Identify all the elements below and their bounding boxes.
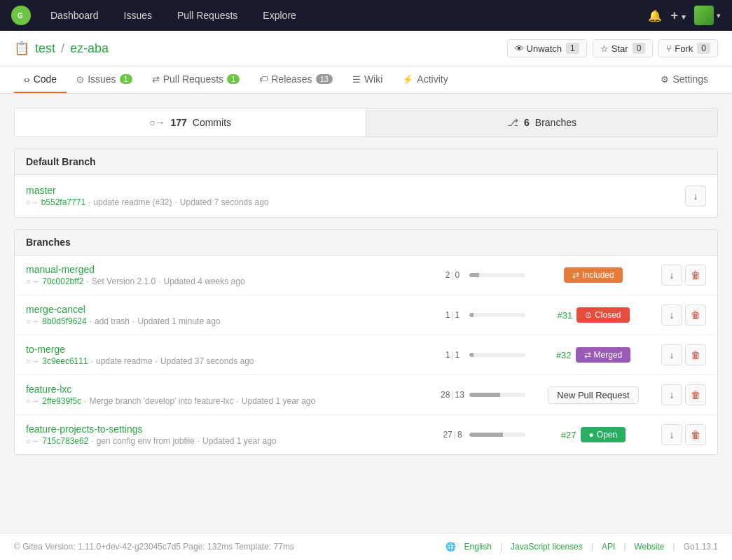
branch-commit-hash[interactable]: 3c9eec6111 [42, 356, 88, 366]
progress-bar-fill [469, 273, 479, 277]
branch-row: feature-lxc ○→ 2ffe939f5c · Merge branch… [15, 375, 717, 415]
branch-download-button[interactable]: ↓ [661, 424, 682, 445]
branch-delete-button[interactable]: 🗑 [685, 384, 706, 405]
behind-count: 1 [455, 310, 460, 320]
branch-commit-hash[interactable]: 715c783e62 [42, 436, 88, 446]
default-branch-info: master b552fa7771 · update readme (#32) … [26, 185, 677, 207]
default-download-button[interactable]: ↓ [685, 186, 706, 206]
commit-icon [26, 198, 39, 206]
pr-number-link[interactable]: #27 [561, 430, 576, 440]
branch-download-button[interactable]: ↓ [661, 265, 682, 286]
branch-progress: 27 | 8 [438, 430, 525, 440]
branch-delete-button[interactable]: 🗑 [685, 265, 706, 286]
tab-code[interactable]: ‹› Code [14, 66, 67, 93]
default-commit-hash-link[interactable]: b552fa7771 [41, 197, 85, 207]
nav-dashboard[interactable]: Dashboard [45, 7, 104, 24]
branches-header: Branches [15, 230, 717, 255]
progress-bar [469, 433, 525, 437]
pr-number-link[interactable]: #31 [557, 310, 572, 321]
progress-bar [469, 393, 525, 397]
commits-icon: ○→ [149, 117, 165, 128]
branches-icon: ⎇ [507, 117, 518, 128]
branch-delete-button[interactable]: 🗑 [685, 424, 706, 445]
commit-small-icon: ○→ [26, 396, 39, 406]
new-pull-request-button[interactable]: New Pull Request [548, 386, 638, 404]
branch-name-link[interactable]: merge-cancel [26, 304, 85, 315]
tab-activity[interactable]: ⚡ Activity [392, 66, 457, 93]
ahead-count: 1 [446, 350, 450, 360]
branches-stat[interactable]: ⎇ 6 Branches [366, 108, 717, 136]
branch-info: feature-lxc ○→ 2ffe939f5c · Merge branch… [26, 384, 430, 406]
download-icon: ↓ [670, 429, 675, 440]
branch-progress-nums: 2 | 0 [438, 270, 467, 280]
user-menu[interactable]: ▾ [694, 6, 721, 25]
branch-info: manual-merged ○→ 70c002bff2 · Set Versio… [26, 264, 430, 286]
nav-explore[interactable]: Explore [257, 7, 301, 24]
branch-name-link[interactable]: to-merge [26, 344, 65, 355]
branch-updated: Updated 37 seconds ago [160, 356, 254, 366]
unwatch-button[interactable]: 👁 Unwatch 1 [507, 39, 587, 57]
pr-number-link[interactable]: #32 [556, 350, 572, 360]
branch-meta: ○→ 715c783e62 · gen config env from jobf… [26, 436, 430, 446]
branch-meta: ○→ 3c9eec6111 · update readme · Updated … [26, 356, 430, 366]
site-logo[interactable]: G [11, 6, 31, 25]
branch-commit-hash[interactable]: 70c002bff2 [42, 276, 83, 286]
star-button[interactable]: ☆ Star 0 [593, 39, 654, 57]
branch-name-link[interactable]: manual-merged [26, 264, 95, 275]
commits-label: Commits [193, 117, 231, 128]
branch-commit-hash[interactable]: 8b0d5f9624 [42, 316, 86, 326]
download-icon: ↓ [670, 309, 675, 321]
branch-row: manual-merged ○→ 70c002bff2 · Set Versio… [15, 255, 717, 295]
branch-delete-button[interactable]: 🗑 [685, 344, 706, 365]
tab-wiki[interactable]: ☰ Wiki [343, 66, 392, 93]
footer-sep3: | [623, 542, 626, 552]
activity-icon: ⚡ [402, 74, 413, 85]
fork-button[interactable]: ⑂ Fork 0 [658, 39, 718, 57]
status-badge-merged: ⇄ Merged [576, 347, 631, 363]
branch-name-link[interactable]: feature-projects-to-settings [26, 424, 143, 435]
tab-issues-label: Issues [88, 74, 116, 85]
user-avatar[interactable] [694, 6, 714, 25]
tab-settings[interactable]: ⚙ Settings [651, 66, 718, 93]
main-content: ○→ 177 Commits ⎇ 6 Branches Default Bran… [0, 94, 732, 533]
branch-name-link[interactable]: feature-lxc [26, 384, 71, 395]
download-icon: ↓ [670, 270, 675, 281]
branch-row-actions: ↓ 🗑 [661, 384, 706, 405]
branch-download-button[interactable]: ↓ [661, 344, 682, 365]
branch-commit-message: Merge branch 'develop' into feature-lxc [89, 396, 233, 406]
footer-version-text: © Gitea Version: 1.11.0+dev-42-g23045c7d… [14, 542, 294, 552]
branch-status: #27 ● Open [534, 427, 653, 442]
tab-releases[interactable]: 🏷 Releases 13 [249, 66, 343, 93]
footer-website-link[interactable]: Website [634, 542, 664, 552]
branch-download-button[interactable]: ↓ [661, 384, 682, 405]
bell-icon[interactable]: 🔔 [648, 9, 662, 22]
ahead-count: 27 [443, 430, 452, 440]
tab-code-label: Code [34, 74, 57, 85]
repo-name-link[interactable]: ez-aba [70, 41, 109, 56]
progress-bar-fill [469, 313, 474, 317]
releases-badge: 13 [316, 74, 333, 84]
branch-row-actions: ↓ 🗑 [661, 304, 706, 326]
repo-owner-link[interactable]: test [35, 41, 55, 56]
plus-icon[interactable]: + ▾ [670, 8, 686, 23]
branch-delete-button[interactable]: 🗑 [685, 304, 706, 326]
merged-icon: ⇄ [584, 350, 591, 360]
footer-api-link[interactable]: API [602, 542, 615, 552]
branch-updated: Updated 1 minute ago [137, 316, 220, 326]
branch-commit-hash[interactable]: 2ffe939f5c [42, 396, 81, 406]
nav-issues[interactable]: Issues [118, 7, 158, 24]
status-badge-closed: ⊙ Closed [576, 307, 629, 323]
branch-progress-nums: 1 | 1 [438, 310, 467, 320]
commits-stat[interactable]: ○→ 177 Commits [15, 108, 366, 136]
nav-pull-requests[interactable]: Pull Requests [172, 7, 243, 24]
footer-js-licenses-link[interactable]: JavaScript licenses [511, 542, 583, 552]
footer-language-link[interactable]: English [464, 542, 492, 552]
branch-download-button[interactable]: ↓ [661, 304, 682, 326]
branch-row: to-merge ○→ 3c9eec6111 · update readme ·… [15, 335, 717, 375]
pr-icon: ⇄ [152, 74, 160, 85]
tab-issues[interactable]: ⊙ Issues 1 [67, 66, 142, 93]
commits-count: 177 [170, 117, 186, 128]
repo-tabs: ‹› Code ⊙ Issues 1 ⇄ Pull Requests 1 🏷 R… [0, 66, 732, 94]
default-branch-name-link[interactable]: master [26, 185, 56, 196]
tab-pull-requests[interactable]: ⇄ Pull Requests 1 [142, 66, 250, 93]
